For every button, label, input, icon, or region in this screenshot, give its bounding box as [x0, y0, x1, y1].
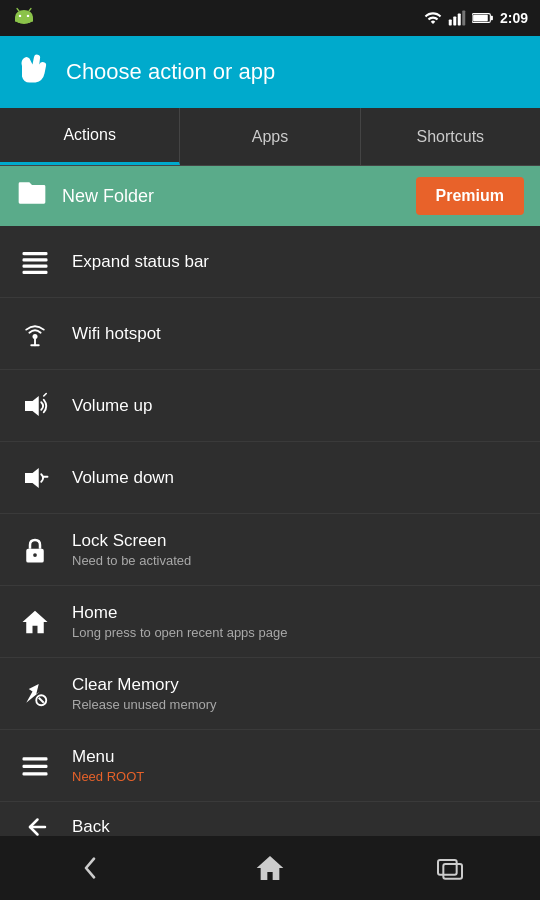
action-subtitle: Need to be activated — [72, 553, 191, 568]
action-subtitle: Release unused memory — [72, 697, 217, 712]
nav-home-button[interactable] — [254, 852, 286, 884]
tab-actions[interactable]: Actions — [0, 108, 180, 165]
svg-rect-8 — [449, 20, 452, 26]
folder-icon — [16, 177, 48, 216]
action-title: Volume down — [72, 468, 174, 488]
action-subtitle-root: Need ROOT — [72, 769, 144, 784]
battery-icon — [472, 11, 494, 25]
lock-icon — [16, 535, 54, 565]
nav-recents-button[interactable] — [434, 852, 466, 884]
list-item[interactable]: Clear Memory Release unused memory — [0, 658, 540, 730]
action-title: Menu — [72, 747, 144, 767]
wifi-status-icon — [424, 9, 442, 27]
action-title: Back — [72, 817, 110, 837]
svg-point-27 — [33, 553, 37, 557]
list-item[interactable]: Volume up — [0, 370, 540, 442]
svg-rect-10 — [458, 14, 461, 26]
svg-marker-22 — [25, 396, 39, 416]
svg-marker-28 — [23, 610, 48, 633]
bottom-nav — [0, 836, 540, 900]
volume-down-icon — [16, 463, 54, 493]
svg-rect-37 — [443, 864, 462, 879]
svg-rect-13 — [491, 16, 493, 20]
svg-rect-32 — [23, 764, 48, 767]
svg-line-3 — [17, 9, 19, 12]
header: Choose action or app — [0, 36, 540, 108]
tabs: Actions Apps Shortcuts — [0, 108, 540, 166]
signal-icon — [448, 9, 466, 27]
list-item[interactable]: Home Long press to open recent apps page — [0, 586, 540, 658]
svg-rect-18 — [23, 270, 48, 273]
new-folder-row[interactable]: New Folder Premium — [0, 166, 540, 226]
action-title: Clear Memory — [72, 675, 217, 695]
action-title: Wifi hotspot — [72, 324, 161, 344]
svg-line-23 — [44, 393, 47, 396]
wifi-hotspot-icon — [16, 319, 54, 349]
svg-rect-31 — [23, 757, 48, 760]
svg-rect-11 — [462, 11, 465, 26]
svg-marker-35 — [257, 856, 284, 880]
svg-rect-33 — [23, 772, 48, 775]
svg-point-2 — [27, 15, 30, 18]
premium-button[interactable]: Premium — [416, 177, 524, 215]
status-bar-left — [12, 6, 36, 30]
list-item[interactable]: Expand status bar — [0, 226, 540, 298]
action-title: Home — [72, 603, 287, 623]
svg-rect-5 — [17, 17, 31, 23]
list-item[interactable]: Lock Screen Need to be activated — [0, 514, 540, 586]
svg-rect-16 — [23, 258, 48, 261]
new-folder-label: New Folder — [62, 186, 402, 207]
list-item[interactable]: Menu Need ROOT — [0, 730, 540, 802]
svg-rect-17 — [23, 264, 48, 267]
nav-back-button[interactable] — [74, 852, 106, 884]
action-title: Expand status bar — [72, 252, 209, 272]
tab-apps[interactable]: Apps — [180, 108, 360, 165]
home-icon — [16, 607, 54, 637]
time-display: 2:09 — [500, 10, 528, 26]
svg-rect-14 — [473, 15, 488, 22]
menu-list-icon — [16, 247, 54, 277]
svg-rect-9 — [453, 17, 456, 26]
android-logo-icon — [12, 6, 36, 30]
action-list: Expand status bar Wifi hotspot — [0, 226, 540, 852]
svg-rect-6 — [15, 17, 18, 22]
svg-rect-36 — [438, 860, 457, 875]
list-item[interactable]: Wifi hotspot — [0, 298, 540, 370]
action-subtitle: Long press to open recent apps page — [72, 625, 287, 640]
svg-line-30 — [39, 697, 44, 702]
tab-shortcuts[interactable]: Shortcuts — [361, 108, 540, 165]
svg-marker-24 — [25, 468, 39, 488]
list-item[interactable]: Volume down — [0, 442, 540, 514]
svg-point-1 — [19, 15, 22, 18]
action-title: Volume up — [72, 396, 152, 416]
header-title: Choose action or app — [66, 59, 275, 85]
status-bar-right: 2:09 — [424, 9, 528, 27]
action-title: Lock Screen — [72, 531, 191, 551]
svg-rect-15 — [23, 252, 48, 255]
svg-line-4 — [29, 9, 31, 12]
svg-rect-7 — [31, 17, 34, 22]
gesture-icon — [16, 51, 52, 94]
volume-up-icon — [16, 391, 54, 421]
menu-icon — [16, 751, 54, 781]
status-bar: 2:09 — [0, 0, 540, 36]
clear-memory-icon — [16, 679, 54, 709]
